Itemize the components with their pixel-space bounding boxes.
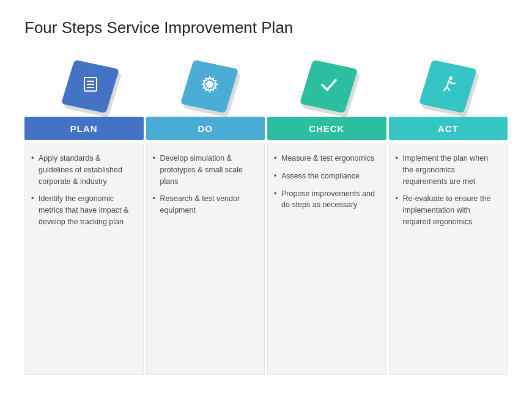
icon-wrapper-check <box>269 56 388 117</box>
bullets-check: Measure & test ergonomics Assess the com… <box>273 153 379 211</box>
icon-diamond-check <box>305 62 353 111</box>
bullet-check-3: Propose improvements and do steps as nec… <box>273 188 379 211</box>
content-act: Implement the plan when the ergonomics r… <box>389 144 508 375</box>
icon-diamond-do <box>185 62 234 111</box>
bullet-plan-1: Apply standards & guidelines of establis… <box>30 153 136 187</box>
icon-wrapper-plan <box>31 56 150 117</box>
main-content: PLAN DO CHECK ACT Apply standards & guid… <box>24 56 508 375</box>
labels-row: PLAN DO CHECK ACT <box>24 117 508 140</box>
svg-point-6 <box>449 76 453 80</box>
list-icon <box>81 75 100 98</box>
label-check: CHECK <box>267 117 386 140</box>
page: Four Steps Service Improvement Plan <box>0 0 532 399</box>
bullet-plan-2: Identify the ergonomic metrics that have… <box>30 193 136 227</box>
icon-wrapper-act <box>388 56 508 117</box>
content-row: Apply standards & guidelines of establis… <box>24 144 508 375</box>
icon-wrapper-do <box>150 56 269 117</box>
bullets-plan: Apply standards & guidelines of establis… <box>30 153 136 228</box>
label-plan: PLAN <box>24 117 144 140</box>
bullet-do-2: Research & test vendor equipment <box>152 193 257 216</box>
label-act: ACT <box>389 117 508 140</box>
content-do: Develop simulation & prototypes & small … <box>146 144 265 375</box>
svg-point-4 <box>207 82 212 87</box>
label-do: DO <box>146 117 265 140</box>
bullets-act: Implement the plan when the ergonomics r… <box>394 153 500 228</box>
checkmark-icon <box>319 75 339 98</box>
content-check: Measure & test ergonomics Assess the com… <box>267 144 386 375</box>
bullet-act-2: Re-evaluate to ensure the implementation… <box>394 193 500 227</box>
gear-icon <box>200 75 220 98</box>
bullet-check-2: Assess the compliance <box>273 170 379 182</box>
bullet-check-1: Measure & test ergonomics <box>273 153 379 164</box>
bullets-do: Develop simulation & prototypes & small … <box>152 153 257 216</box>
bullet-act-1: Implement the plan when the ergonomics r… <box>394 153 500 187</box>
bullet-do-1: Develop simulation & prototypes & small … <box>152 153 257 187</box>
icon-diamond-act <box>424 62 473 111</box>
icon-diamond-plan <box>66 62 115 111</box>
icons-row <box>24 56 508 117</box>
content-plan: Apply standards & guidelines of establis… <box>24 144 144 375</box>
page-title: Four Steps Service Improvement Plan <box>24 18 508 37</box>
run-icon <box>438 75 458 98</box>
